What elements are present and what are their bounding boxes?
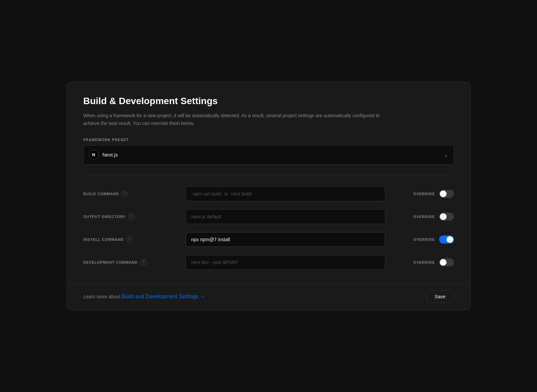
- footer-text: Learn more about: [83, 294, 122, 299]
- build-command-toggle[interactable]: [439, 190, 454, 198]
- chevron-down-icon: ⌄: [444, 151, 448, 158]
- output-directory-input[interactable]: [186, 209, 385, 224]
- install-command-row: INSTALL COMMAND ? OVERRIDE: [83, 232, 454, 247]
- development-command-help-icon[interactable]: ?: [141, 259, 147, 265]
- output-directory-row: OUTPUT DIRECTORY ? OVERRIDE: [83, 209, 454, 224]
- card-footer: Learn more about Build and Development S…: [67, 283, 470, 310]
- page-title: Build & Development Settings: [83, 96, 454, 106]
- build-command-label-group: BUILD COMMAND ?: [83, 191, 178, 197]
- development-command-input[interactable]: [186, 255, 385, 270]
- framework-name: Next.js: [103, 152, 118, 158]
- output-directory-toggle[interactable]: [439, 213, 454, 221]
- development-command-label: DEVELOPMENT COMMAND: [83, 260, 138, 264]
- output-directory-override-label: OVERRIDE: [413, 215, 435, 219]
- footer-learn-more: Learn more about Build and Development S…: [83, 294, 205, 300]
- save-button[interactable]: Save: [426, 290, 454, 303]
- install-command-help-icon[interactable]: ?: [126, 236, 132, 243]
- page-description: When using a framework for a new project…: [83, 112, 386, 127]
- output-directory-label-group: OUTPUT DIRECTORY ?: [83, 214, 178, 220]
- build-command-input[interactable]: [186, 186, 385, 201]
- development-command-override-label: OVERRIDE: [413, 260, 435, 264]
- install-command-override-group: OVERRIDE: [393, 235, 454, 244]
- build-command-help-icon[interactable]: ?: [122, 191, 128, 197]
- install-command-override-label: OVERRIDE: [413, 237, 435, 242]
- output-directory-override-group: OVERRIDE: [393, 213, 454, 221]
- install-command-label: INSTALL COMMAND: [83, 237, 124, 242]
- output-directory-help-icon[interactable]: ?: [128, 214, 135, 220]
- output-directory-toggle-knob: [440, 213, 447, 220]
- footer-link[interactable]: Build and Development Settings →: [122, 294, 205, 299]
- settings-grid: BUILD COMMAND ? OVERRIDE OUTPUT DIRECTOR…: [83, 186, 454, 270]
- output-directory-label: OUTPUT DIRECTORY: [83, 215, 126, 219]
- install-command-toggle-knob: [447, 236, 453, 243]
- development-command-override-group: OVERRIDE: [393, 258, 454, 266]
- framework-select-left: N Next.js: [89, 150, 118, 160]
- card-body: Build & Development Settings When using …: [67, 82, 470, 283]
- settings-card: Build & Development Settings When using …: [67, 82, 470, 310]
- install-command-toggle[interactable]: [439, 235, 454, 244]
- install-command-input[interactable]: [186, 232, 385, 247]
- build-command-toggle-knob: [440, 190, 447, 197]
- development-command-toggle[interactable]: [439, 258, 454, 266]
- framework-label: FRAMEWORK PRESET: [83, 138, 454, 142]
- development-command-toggle-knob: [440, 259, 447, 266]
- build-command-override-label: OVERRIDE: [413, 192, 435, 196]
- framework-select: N Next.js ⌄: [83, 145, 454, 165]
- build-command-override-group: OVERRIDE: [393, 190, 454, 198]
- nextjs-icon: N: [89, 150, 99, 160]
- install-command-label-group: INSTALL COMMAND ?: [83, 236, 178, 243]
- section-divider: [83, 175, 454, 176]
- development-command-label-group: DEVELOPMENT COMMAND ?: [83, 259, 178, 265]
- build-command-label: BUILD COMMAND: [83, 192, 119, 196]
- development-command-row: DEVELOPMENT COMMAND ? OVERRIDE: [83, 255, 454, 270]
- build-command-row: BUILD COMMAND ? OVERRIDE: [83, 186, 454, 201]
- framework-select-button[interactable]: N Next.js ⌄: [83, 145, 454, 165]
